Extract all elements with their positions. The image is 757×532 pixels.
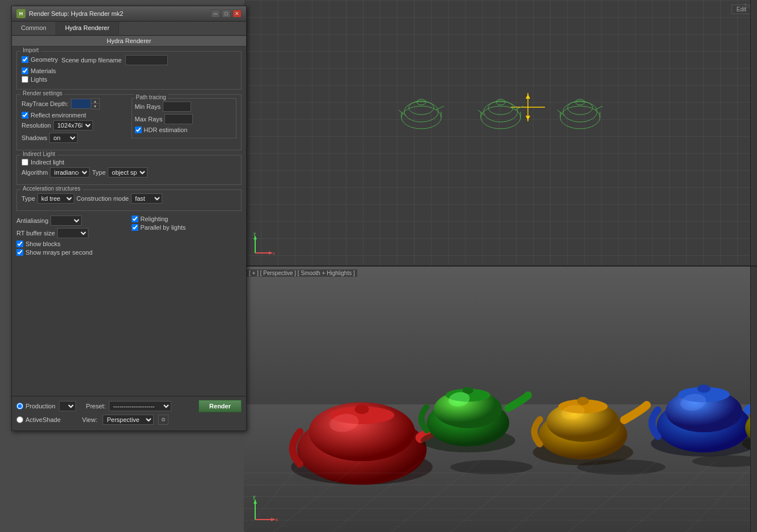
rt-buffer-label: RT buffer size	[16, 230, 55, 237]
relighting-checkbox[interactable]	[132, 216, 138, 222]
scene-dump-input[interactable]: C:/[Derp]/plu	[125, 55, 168, 65]
svg-line-26	[594, 106, 603, 110]
activeshade-radio-row: ActiveShade	[16, 416, 61, 423]
antialiasing-select[interactable]	[50, 216, 82, 226]
acceleration-title: Acceleration structures	[20, 185, 83, 192]
tab-hydra-renderer[interactable]: Hydra Renderer	[56, 22, 119, 35]
geometry-checkbox[interactable]	[22, 56, 28, 63]
titlebar-buttons: ─ □ ✕	[211, 10, 242, 18]
raytrace-label: RayTrace Depth:	[22, 100, 69, 107]
antialiasing-row: Antialiasing	[16, 216, 127, 226]
lights-checkbox[interactable]	[22, 76, 28, 83]
raytrace-up[interactable]: ▲	[91, 99, 99, 104]
bottom-scrollbar[interactable]	[750, 267, 757, 532]
shadows-select[interactable]: on	[49, 133, 78, 143]
min-rays-input[interactable]: 8	[163, 102, 191, 112]
viewport-area: top Edit	[244, 0, 757, 532]
svg-text:x: x	[276, 517, 278, 522]
dialog-title: Render Setup: Hydra Render mk2	[29, 10, 123, 17]
view-select[interactable]: Perspective	[103, 415, 154, 425]
hdr-checkbox[interactable]	[135, 126, 142, 133]
raytrace-arrows: ▲ ▼	[91, 98, 100, 109]
raytrace-row: RayTrace Depth: 4 ▲ ▼	[22, 98, 127, 109]
show-blocks-row: Show blocks	[16, 240, 127, 247]
preset-label: Preset:	[86, 403, 106, 409]
lights-checkbox-row: Lights	[22, 76, 236, 83]
view-label: View:	[82, 416, 98, 423]
geometry-label: Geometry	[31, 56, 58, 63]
rt-buffer-select[interactable]	[57, 228, 88, 238]
render-col-left: RayTrace Depth: 4 ▲ ▼ Reflect environmen…	[22, 98, 127, 145]
top-scrollbar[interactable]	[750, 0, 757, 265]
svg-point-54	[577, 397, 589, 406]
teapot-wireframe-1	[396, 92, 447, 132]
acceleration-group: Acceleration structures Type kd tree Con…	[16, 189, 242, 211]
geometry-row: Geometry Scene dump filename C:/[Derp]/p…	[22, 55, 236, 65]
min-rays-label: Min Rays	[135, 103, 161, 110]
min-rays-row: Min Rays 8	[135, 102, 234, 112]
accel-type-row: Type kd tree Construction mode fast	[22, 193, 236, 204]
show-blocks-label: Show blocks	[26, 240, 61, 247]
max-rays-input[interactable]: 500	[164, 114, 193, 124]
view-settings-button[interactable]: ⚙	[158, 415, 168, 425]
svg-point-60	[697, 385, 711, 393]
raytrace-down[interactable]: ▼	[91, 104, 99, 109]
import-group-title: Import	[20, 47, 41, 53]
svg-point-5	[404, 102, 438, 122]
bottom-row-1: Production Preset: -------------------- …	[16, 400, 242, 412]
viewport-top-edit[interactable]: Edit	[731, 5, 751, 14]
parallel-label: Parallel by lights	[141, 224, 186, 231]
svg-line-10	[435, 106, 444, 110]
path-tracing-title: Path tracing	[134, 94, 168, 100]
show-blocks-checkbox[interactable]	[16, 240, 23, 247]
bottom-row-2: ActiveShade View: Perspective ⚙	[16, 415, 242, 425]
maximize-button[interactable]: □	[222, 10, 231, 18]
show-mrays-label: Show mrays per second	[26, 249, 92, 256]
show-mrays-row: Show mrays per second	[16, 249, 127, 256]
production-label: Production	[26, 403, 56, 409]
dialog-tab-bar: Common Hydra Renderer	[12, 22, 246, 36]
accel-type-select[interactable]: kd tree	[37, 193, 74, 204]
max-rays-label: Max Rays	[135, 116, 163, 123]
extra-left-col: Antialiasing RT buffer size Show blocks …	[16, 216, 127, 257]
bottom-axes-svg: x y	[252, 494, 281, 522]
parallel-checkbox[interactable]	[132, 224, 138, 231]
rendered-teapots-svg	[244, 267, 757, 532]
hdr-label: HDR estimation	[144, 126, 188, 133]
reflect-env-label: Reflect environment	[31, 112, 86, 119]
svg-marker-31	[253, 236, 257, 239]
tab-common[interactable]: Common	[12, 22, 56, 35]
viewport-top[interactable]: top Edit	[244, 0, 757, 267]
close-button[interactable]: ✕	[232, 10, 242, 18]
type-select[interactable]: object sp.	[108, 167, 147, 178]
materials-checkbox[interactable]	[22, 67, 28, 74]
grid-overlay	[244, 0, 757, 265]
activeshade-radio[interactable]	[16, 416, 23, 423]
render-button[interactable]: Render	[198, 400, 242, 412]
extra-right-col: Relighting Parallel by lights	[132, 216, 242, 257]
svg-point-21	[563, 102, 597, 122]
panel-header: Hydra Renderer	[12, 36, 246, 47]
top-axes: x y	[252, 230, 278, 257]
svg-point-35	[450, 460, 533, 474]
construction-select[interactable]: fast	[131, 193, 162, 204]
resolution-select[interactable]: 1024x768	[53, 120, 93, 130]
preset-select[interactable]: --------------------	[109, 401, 171, 411]
raytrace-input[interactable]: 4	[71, 99, 91, 109]
relighting-row: Relighting	[132, 216, 242, 222]
show-mrays-checkbox[interactable]	[16, 249, 23, 256]
top-axes-svg: x y	[252, 230, 278, 256]
algorithm-type-row: Algorithm irradiance Type object sp.	[22, 167, 236, 178]
viewport-bottom[interactable]: [ + ] [ Perspective ] [ Smooth + Highlig…	[244, 267, 757, 532]
production-radio[interactable]	[16, 403, 23, 409]
production-select[interactable]	[59, 401, 76, 411]
minimize-button[interactable]: ─	[211, 10, 220, 18]
algorithm-select[interactable]: irradiance	[50, 167, 90, 178]
wireframe-teapots	[396, 92, 606, 132]
svg-marker-84	[253, 500, 257, 504]
relighting-label: Relighting	[141, 216, 168, 222]
reflect-env-checkbox[interactable]	[22, 112, 28, 119]
antialiasing-label: Antialiasing	[16, 217, 48, 224]
activeshade-label: ActiveShade	[26, 416, 61, 423]
indirect-light-checkbox[interactable]	[22, 159, 28, 166]
